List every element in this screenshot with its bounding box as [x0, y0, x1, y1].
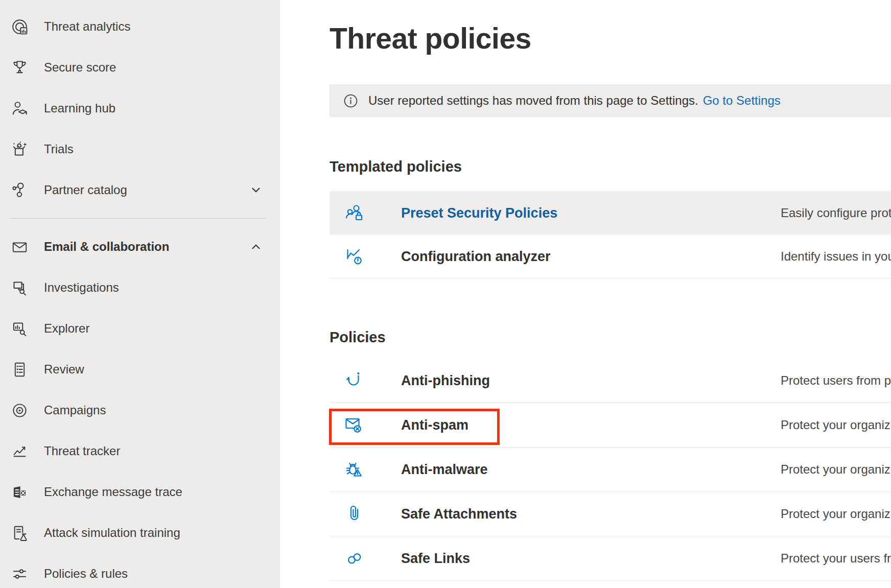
sidebar-item-label: Attack simulation training — [44, 526, 180, 540]
sidebar-item-label: Threat analytics — [44, 19, 130, 34]
attack-simulation-icon — [10, 524, 29, 543]
app-root: Threat analytics Secure score — [0, 0, 891, 588]
main-content: Threat policies User reported settings h… — [280, 0, 891, 588]
sidebar-item-investigations[interactable]: Investigations — [0, 267, 280, 308]
section-heading-policies: Policies — [330, 328, 386, 346]
row-anti-spam[interactable]: Anti-spam Protect your organiz — [330, 403, 891, 448]
threat-analytics-icon — [10, 17, 29, 36]
row-anti-phishing[interactable]: Anti-phishing Protect users from p — [330, 358, 891, 403]
review-icon — [10, 360, 29, 379]
sidebar-item-label: Trials — [44, 142, 74, 156]
row-label: Anti-malware — [401, 461, 488, 477]
sidebar-item-policies-rules[interactable]: Policies & rules — [0, 553, 280, 588]
anti-spam-icon — [343, 414, 366, 436]
row-label: Anti-spam — [401, 417, 468, 433]
row-description: Easily configure prot — [781, 206, 891, 220]
sidebar-item-trials[interactable]: Trials — [0, 129, 280, 170]
explorer-icon — [10, 319, 29, 338]
row-label: Anti-phishing — [401, 372, 490, 388]
row-description: Protect your organiz — [781, 462, 890, 477]
info-banner: User reported settings has moved from th… — [330, 84, 891, 117]
chevron-down-icon — [249, 183, 263, 197]
secure-score-icon — [10, 58, 29, 77]
learning-hub-icon — [10, 99, 29, 118]
sidebar-item-partner-catalog[interactable]: Partner catalog — [0, 170, 280, 210]
sidebar-item-label: Partner catalog — [44, 183, 127, 197]
page-title: Threat policies — [330, 22, 531, 54]
sidebar-item-label: Threat tracker — [44, 444, 120, 458]
chevron-up-icon — [249, 240, 263, 253]
row-label: Configuration analyzer — [401, 249, 551, 265]
sidebar-item-label: Review — [44, 362, 84, 377]
sidebar-item-attack-simulation-training[interactable]: Attack simulation training — [0, 512, 280, 553]
row-anti-malware[interactable]: Anti-malware Protect your organiz — [330, 447, 891, 492]
sidebar-item-review[interactable]: Review — [0, 349, 280, 390]
banner-text: User reported settings has moved from th… — [368, 93, 698, 108]
safe-attachments-icon — [343, 503, 366, 525]
sidebar-item-threat-tracker[interactable]: Threat tracker — [0, 431, 280, 472]
sidebar-item-explorer[interactable]: Explorer — [0, 308, 280, 349]
policies-rules-icon — [10, 565, 29, 583]
row-description: Protect your users fr — [781, 551, 891, 566]
row-label: Safe Attachments — [401, 506, 517, 522]
threat-tracker-icon — [10, 442, 29, 461]
exchange-icon — [10, 483, 29, 502]
sidebar-item-label: Secure score — [44, 60, 116, 75]
sidebar: Threat analytics Secure score — [0, 0, 280, 588]
sidebar-item-secure-score[interactable]: Secure score — [0, 47, 280, 88]
preset-security-policies-icon — [343, 202, 366, 224]
row-configuration-analyzer[interactable]: Configuration analyzer Identify issues i… — [330, 235, 891, 278]
anti-phishing-icon — [343, 369, 366, 392]
sidebar-item-label: Exchange message trace — [44, 485, 182, 499]
safe-links-icon — [343, 547, 366, 570]
row-label: Preset Security Policies — [401, 205, 557, 221]
campaigns-icon — [10, 401, 29, 420]
go-to-settings-link[interactable]: Go to Settings — [703, 93, 781, 108]
investigations-icon — [10, 278, 29, 297]
sidebar-item-learning-hub[interactable]: Learning hub — [0, 88, 280, 129]
sidebar-item-exchange-message-trace[interactable]: Exchange message trace — [0, 472, 280, 512]
sidebar-divider — [9, 218, 266, 219]
sidebar-item-campaigns[interactable]: Campaigns — [0, 390, 280, 431]
partner-catalog-icon — [10, 181, 29, 200]
row-preset-security-policies[interactable]: Preset Security Policies Easily configur… — [330, 191, 891, 235]
sidebar-item-label: Explorer — [44, 321, 89, 336]
email-icon — [10, 238, 29, 256]
anti-malware-icon — [343, 458, 366, 481]
sidebar-item-label: Learning hub — [44, 101, 115, 115]
trials-icon — [10, 140, 29, 159]
row-description: Protect users from p — [781, 373, 891, 388]
row-label: Safe Links — [401, 550, 470, 566]
sidebar-item-email-collaboration[interactable]: Email & collaboration — [0, 226, 280, 267]
sidebar-item-label: Policies & rules — [44, 567, 128, 581]
row-safe-attachments[interactable]: Safe Attachments Protect your organiz — [330, 491, 891, 536]
section-heading-templated-policies: Templated policies — [330, 157, 462, 176]
info-icon — [343, 93, 359, 109]
row-description: Protect your organiz — [781, 507, 890, 521]
sidebar-item-threat-analytics[interactable]: Threat analytics — [0, 6, 280, 47]
sidebar-item-label: Investigations — [44, 280, 119, 295]
row-description: Protect your organiz — [781, 418, 890, 432]
sidebar-item-label: Email & collaboration — [44, 240, 169, 254]
row-safe-links[interactable]: Safe Links Protect your users fr — [330, 536, 891, 581]
sidebar-item-label: Campaigns — [44, 403, 106, 417]
configuration-analyzer-icon — [343, 245, 366, 268]
row-description: Identify issues in you — [781, 249, 891, 264]
